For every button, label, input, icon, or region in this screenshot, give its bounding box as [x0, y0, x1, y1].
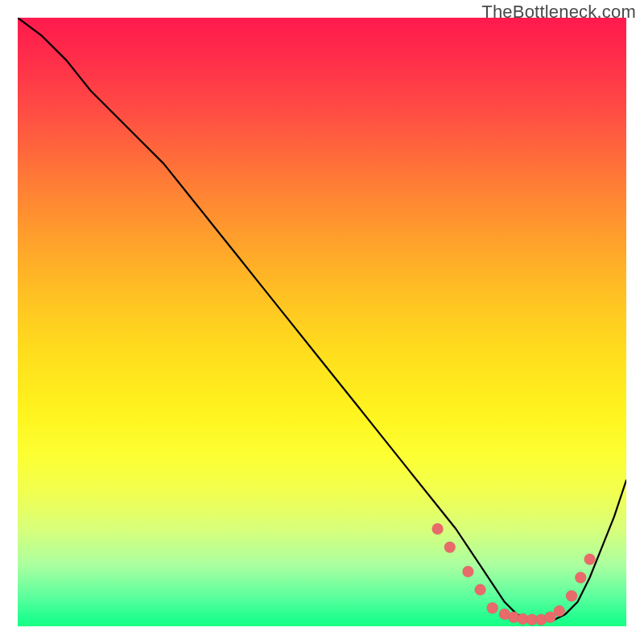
bottleneck-curve-line — [18, 18, 626, 620]
marker-dot — [554, 605, 565, 617]
chart-svg — [18, 18, 626, 626]
plot-area — [18, 18, 626, 626]
marker-dot — [444, 542, 456, 553]
marker-dot — [584, 554, 596, 565]
marker-dot — [462, 566, 473, 577]
marker-dot — [487, 602, 498, 613]
chart-container: TheBottleneck.com — [0, 0, 644, 644]
marker-dot — [475, 584, 486, 596]
marker-dot — [432, 523, 444, 535]
marker-dot — [566, 590, 577, 601]
watermark-label: TheBottleneck.com — [481, 2, 636, 23]
marker-dot — [575, 572, 586, 584]
